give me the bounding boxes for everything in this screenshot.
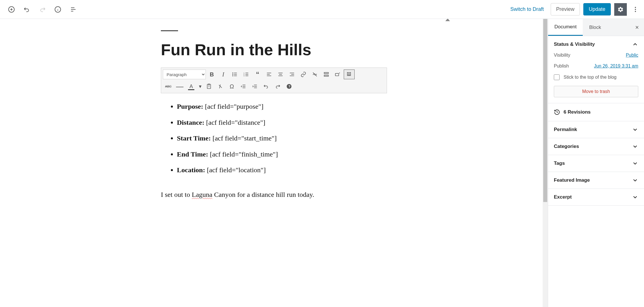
- close-sidebar-icon[interactable]: ×: [630, 24, 644, 31]
- redo-icon: [37, 4, 48, 15]
- svg-rect-37: [335, 74, 339, 76]
- bold-button[interactable]: B: [206, 70, 217, 79]
- stick-checkbox[interactable]: [554, 74, 560, 80]
- spellcheck-word: Laguna: [192, 191, 212, 198]
- chevron-down-icon: [632, 194, 638, 200]
- svg-rect-46: [208, 84, 210, 85]
- outline-icon[interactable]: [68, 4, 78, 15]
- settings-sidebar: Document Block × Status & Visibility Vis…: [548, 19, 644, 307]
- update-button[interactable]: Update: [583, 3, 611, 15]
- svg-rect-36: [324, 75, 329, 76]
- history-icon: [554, 109, 560, 115]
- svg-rect-34: [324, 72, 329, 73]
- redo-editor-button: [272, 82, 283, 91]
- paragraph-text: I set out to: [161, 191, 192, 198]
- svg-rect-43: [350, 74, 351, 75]
- svg-point-16: [232, 75, 233, 76]
- svg-text:?: ?: [289, 84, 291, 88]
- publish-label: Publish: [554, 64, 569, 69]
- svg-point-10: [635, 9, 636, 10]
- list-item: Distance: [acf field="distance"]: [177, 116, 387, 129]
- wp-toolbar-button[interactable]: [332, 70, 343, 79]
- list-item: End Time: [acf field="finish_time"]: [177, 148, 387, 161]
- svg-point-9: [635, 7, 636, 8]
- svg-point-11: [635, 11, 636, 12]
- clear-formatting-button[interactable]: [215, 82, 226, 91]
- chevron-down-icon: [632, 177, 638, 183]
- svg-rect-44: [347, 75, 351, 76]
- bullet-list-button[interactable]: [229, 70, 240, 79]
- text-color-button[interactable]: A: [186, 82, 197, 91]
- insert-more-button[interactable]: [321, 70, 332, 79]
- undo-icon[interactable]: [22, 4, 32, 15]
- preview-button[interactable]: Preview: [551, 3, 580, 15]
- info-icon[interactable]: [53, 4, 63, 15]
- panel-excerpt[interactable]: Excerpt: [548, 189, 644, 205]
- align-left-button[interactable]: [264, 70, 274, 79]
- post-title[interactable]: Fun Run in the Hills: [161, 40, 387, 59]
- title-divider: [161, 30, 178, 31]
- add-block-icon[interactable]: [6, 4, 17, 15]
- svg-rect-21: [246, 74, 248, 75]
- italic-button[interactable]: I: [218, 70, 229, 79]
- paragraph-text: Canyon for a distance hill run today.: [212, 191, 314, 198]
- list-item: Purpose: [acf field="purpose"]: [177, 100, 387, 113]
- toolbar-toggle-button[interactable]: [344, 70, 355, 79]
- chevron-down-icon: [632, 143, 638, 150]
- indent-button[interactable]: [249, 82, 260, 91]
- publish-date-link[interactable]: Jun 26, 2019 3:31 am: [594, 64, 638, 69]
- svg-rect-13: [234, 73, 237, 73]
- undo-editor-button[interactable]: [261, 82, 272, 91]
- svg-text:T: T: [208, 85, 210, 88]
- help-button[interactable]: ?: [284, 82, 295, 91]
- strikethrough-button[interactable]: ABC: [163, 82, 174, 91]
- list-item: Start Time: [acf field="start_time"]: [177, 132, 387, 145]
- unlink-button[interactable]: [309, 70, 320, 79]
- format-select[interactable]: Paragraph: [163, 70, 206, 79]
- panel-status-visibility[interactable]: Status & Visibility: [548, 36, 644, 53]
- move-to-trash-button[interactable]: Move to trash: [554, 86, 638, 97]
- list-item: Location: [acf field="location"]: [177, 164, 387, 177]
- content-body[interactable]: Purpose: [acf field="purpose"]Distance: …: [161, 100, 387, 201]
- blockquote-button[interactable]: “: [252, 70, 263, 79]
- more-options-icon[interactable]: [630, 4, 641, 15]
- svg-rect-39: [349, 72, 349, 73]
- special-char-button[interactable]: Ω: [226, 82, 237, 91]
- settings-gear-button[interactable]: [614, 3, 627, 16]
- align-center-button[interactable]: [275, 70, 286, 79]
- tab-document[interactable]: Document: [548, 19, 583, 36]
- visibility-value-link[interactable]: Public: [626, 53, 638, 58]
- visibility-label: Visibility: [554, 53, 570, 58]
- svg-rect-42: [349, 74, 349, 75]
- chevron-down-icon: [632, 160, 638, 167]
- svg-point-14: [232, 74, 233, 75]
- numbered-list-button[interactable]: 123: [241, 70, 252, 79]
- panel-featured-image[interactable]: Featured Image: [548, 172, 644, 189]
- svg-rect-17: [234, 76, 237, 76]
- paste-text-button[interactable]: T: [204, 82, 214, 91]
- link-button[interactable]: [298, 70, 309, 79]
- scrollbar-thumb[interactable]: [543, 19, 547, 202]
- svg-rect-23: [246, 76, 248, 76]
- svg-rect-41: [347, 74, 348, 75]
- svg-text:3: 3: [244, 75, 244, 77]
- svg-rect-19: [246, 73, 248, 73]
- align-right-button[interactable]: [287, 70, 297, 79]
- panel-categories[interactable]: Categories: [548, 138, 644, 155]
- revisions-row[interactable]: 6 Revisions: [548, 103, 644, 121]
- svg-rect-38: [347, 72, 348, 73]
- chevron-up-icon: [632, 41, 638, 47]
- switch-to-draft-link[interactable]: Switch to Draft: [507, 4, 547, 15]
- outdent-button[interactable]: [238, 82, 249, 91]
- svg-rect-15: [234, 74, 237, 75]
- tab-block[interactable]: Block: [583, 19, 607, 35]
- svg-point-12: [232, 72, 233, 73]
- scroll-up-arrow-icon[interactable]: [445, 19, 450, 21]
- chevron-down-icon: [632, 126, 638, 133]
- editor-canvas[interactable]: Fun Run in the Hills Paragraph B I 123 “: [0, 19, 548, 307]
- panel-tags[interactable]: Tags: [548, 155, 644, 172]
- svg-rect-40: [350, 72, 351, 73]
- hr-button[interactable]: ―: [174, 82, 185, 91]
- panel-permalink[interactable]: Permalink: [548, 121, 644, 138]
- text-color-dropdown[interactable]: ▾: [197, 82, 203, 91]
